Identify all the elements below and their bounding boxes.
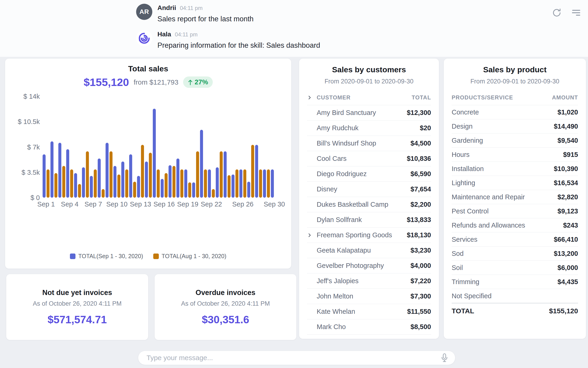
customers-title: Sales by customers (299, 65, 439, 74)
bar-previous-sep-18 (180, 169, 183, 198)
product-table-body: Concrete$1,020Design$14,490Gardening$9,5… (444, 105, 586, 303)
row-name: Cool Cars (317, 155, 407, 162)
table-row: Trimming$4,435 (452, 275, 578, 289)
row-name: Gevelber Photography (317, 262, 411, 269)
bar-current-sep-6 (82, 167, 85, 198)
invoice-card-amount: $571,574.71 (48, 313, 107, 326)
total-sales-comparison: from $121,793 (134, 78, 178, 86)
table-row: Lighting$16,534 (452, 176, 578, 190)
bar-current-sep-18 (176, 158, 179, 198)
customers-table-body: Amy Bird Sanctuary$12,300Amy Rudchuk$20B… (299, 105, 439, 335)
row-amount: $7,220 (411, 277, 431, 285)
chat-message-assistant: Hala 04:11 pm Preparing information for … (136, 30, 320, 50)
bar-previous-sep-24 (228, 175, 231, 198)
table-row: Hours$915 (452, 148, 578, 162)
table-row: Cool Cars$10,836 (307, 151, 431, 166)
table-row: Mark Cho$8,500 (307, 319, 431, 335)
invoice-card-asof: As of October 26, 2020 4:11 PM (181, 300, 270, 307)
bar-current-sep-13 (137, 176, 140, 198)
bar-previous-sep-27 (251, 145, 254, 198)
total-label: TOTAL (452, 307, 549, 315)
bar-current-sep-24 (224, 151, 227, 198)
bar-current-sep-21 (200, 130, 203, 198)
table-row: Geeta Kalapatapu$3,230 (307, 243, 431, 258)
legend-item[interactable]: TOTAL(Aug 1 - 30, 2020) (153, 253, 226, 259)
table-row: Pest Control$9,123 (452, 204, 578, 218)
row-amount: $7,300 (411, 293, 431, 300)
row-amount: $14,490 (554, 123, 578, 130)
bar-current-sep-12 (129, 154, 132, 198)
bar-previous-sep-12 (133, 182, 136, 198)
product-table-header: PRODUCTS/SERVICE AMOUNT (452, 94, 578, 105)
bar-current-sep-20 (192, 182, 195, 198)
row-amount: $4,500 (411, 139, 431, 147)
message-input[interactable] (146, 354, 440, 362)
row-name: Diego Rodriguez (317, 170, 411, 178)
table-row: Refunds and Allowances$243 (452, 218, 578, 232)
bar-current-sep-10 (114, 166, 116, 198)
menu-icon[interactable] (570, 7, 582, 18)
row-name: Freeman Sporting Goods (317, 231, 407, 239)
table-row: John Melton$7,300 (307, 289, 431, 304)
sales-by-customers-card: Sales by customers From 2020-09-01 to 20… (299, 59, 439, 339)
refresh-icon[interactable] (551, 7, 562, 18)
row-name: Services (452, 236, 554, 243)
product-date-range: From 2020-09-01 to 2020-09-30 (444, 78, 586, 85)
expand-all-chevron-icon[interactable] (307, 95, 312, 100)
row-amount: $9,123 (557, 207, 578, 215)
row-name: Not Specified (452, 292, 578, 300)
bar-previous-sep-20 (196, 151, 199, 198)
y-tick-label: $ 3.5k (14, 169, 40, 176)
legend-label: TOTAL(Aug 1 - 30, 2020) (162, 253, 226, 259)
bar-current-sep-14 (145, 162, 148, 198)
row-name: Refunds and Allowances (452, 221, 563, 229)
table-row: Services$66,410 (452, 232, 578, 247)
invoice-card-asof: As of October 26, 2020 4:11 PM (33, 300, 122, 307)
row-amount: $6,000 (557, 264, 578, 272)
bar-current-sep-27 (247, 182, 250, 198)
chart-y-axis: $ 0$ 3.5k$ 7k$ 10.5k$ 14k (14, 96, 40, 198)
row-amount: $4,000 (411, 262, 431, 269)
chat-thread: AR Andrii 04:11 pm Sales report for the … (136, 4, 320, 56)
row-name: Mark Cho (317, 323, 411, 331)
table-row: Amy Bird Sanctuary$12,300 (307, 105, 431, 120)
bar-previous-sep-22 (212, 189, 215, 198)
plot-area (42, 96, 278, 198)
table-row: Concrete$1,020 (452, 105, 578, 119)
bar-current-sep-15 (153, 109, 156, 198)
change-badge: 27% (183, 76, 213, 88)
row-amount: $2,200 (411, 201, 431, 208)
customers-table-header: CUSTOMER TOTAL (307, 94, 431, 105)
bar-current-sep-23 (216, 167, 219, 198)
customers-date-range: From 2020-09-01 to 2020-09-30 (299, 78, 439, 85)
bar-current-sep-9 (105, 143, 109, 198)
sender-name: Hala (158, 31, 171, 38)
message-text: Preparing information for the skill: Sal… (158, 41, 320, 50)
row-name: Concrete (452, 109, 557, 116)
legend-item[interactable]: TOTAL(Sep 1 - 30, 2020) (70, 253, 143, 259)
row-gutter (307, 233, 317, 238)
bar-previous-sep-7 (94, 169, 97, 198)
bar-current-sep-2 (51, 141, 53, 198)
row-amount: $12,300 (407, 109, 431, 117)
table-row: Dylan Sollfrank$13,833 (307, 212, 431, 228)
table-row: Gardening$9,540 (452, 133, 578, 148)
row-name: Pest Control (452, 207, 557, 215)
row-amount: $1,020 (557, 109, 578, 116)
bar-previous-sep-29 (267, 169, 270, 198)
bar-current-sep-19 (184, 169, 187, 198)
bar-current-sep-11 (121, 162, 124, 198)
bar-previous-sep-23 (220, 151, 223, 198)
message-time: 04:11 pm (180, 5, 202, 11)
table-row: Not Specified (452, 289, 578, 303)
column-header: TOTAL (412, 94, 431, 101)
table-row: Freeman Sporting Goods$18,130 (307, 228, 431, 243)
bar-previous-sep-16 (165, 173, 168, 198)
bar-current-sep-5 (74, 173, 77, 198)
bar-previous-sep-28 (259, 169, 262, 198)
row-name: Soil (452, 264, 557, 272)
microphone-icon[interactable] (440, 353, 449, 362)
row-amount: $11,550 (407, 308, 431, 315)
row-name: Sod (452, 250, 554, 258)
expand-row-chevron-icon[interactable] (307, 233, 312, 238)
